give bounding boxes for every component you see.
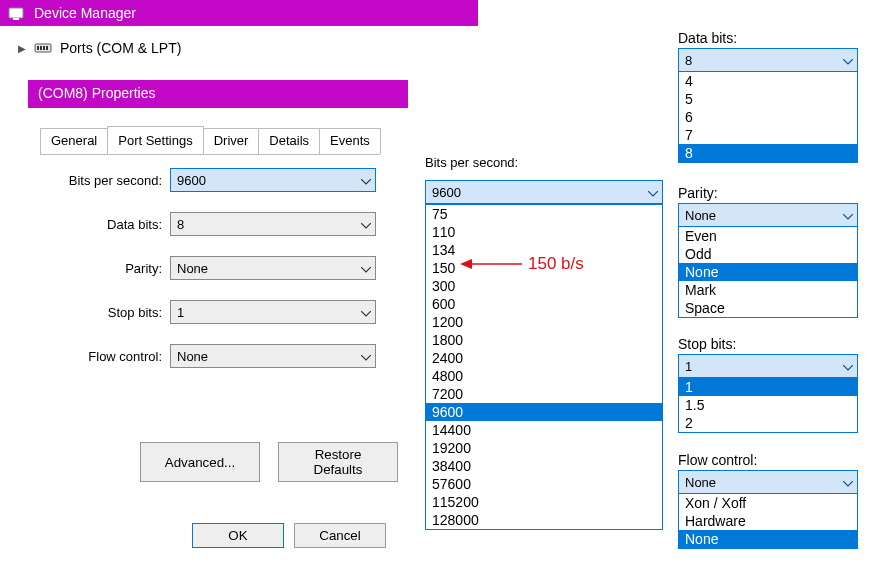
stopbits-dd-combo[interactable]: 1 — [678, 354, 858, 378]
list-option[interactable]: 4 — [679, 72, 857, 90]
chevron-down-icon — [361, 173, 371, 188]
tab-details[interactable]: Details — [258, 128, 320, 154]
list-option[interactable]: Even — [679, 227, 857, 245]
list-option[interactable]: 6 — [679, 108, 857, 126]
list-option[interactable]: 2400 — [426, 349, 662, 367]
flow-label: Flow control: — [40, 349, 170, 364]
svg-rect-4 — [40, 46, 42, 50]
chevron-down-icon — [361, 305, 371, 320]
parity-combo-value: None — [177, 261, 208, 276]
chevron-down-icon — [648, 185, 658, 200]
stopbits-dd-value: 1 — [685, 359, 692, 374]
list-option[interactable]: 1200 — [426, 313, 662, 331]
svg-rect-3 — [37, 46, 39, 50]
svg-rect-5 — [43, 46, 45, 50]
form-button-row: Advanced... Restore Defaults — [140, 442, 398, 482]
list-option[interactable]: 600 — [426, 295, 662, 313]
chevron-right-icon[interactable]: ▶ — [18, 43, 26, 54]
parity-dd-combo[interactable]: None — [678, 203, 858, 227]
parity-dropdown-block: Parity: None EvenOddNoneMarkSpace — [678, 185, 858, 318]
flow-combo-value: None — [177, 349, 208, 364]
list-option[interactable]: Hardware — [679, 512, 857, 530]
advanced-button[interactable]: Advanced... — [140, 442, 260, 482]
list-option[interactable]: 19200 — [426, 439, 662, 457]
properties-title: (COM8) Properties — [38, 85, 155, 101]
stopbits-dd-list[interactable]: 11.52 — [678, 378, 858, 433]
stopbits-label: Stop bits: — [40, 305, 170, 320]
list-option[interactable]: None — [679, 530, 857, 548]
bps-dropdown-combo[interactable]: 9600 — [425, 180, 663, 204]
list-option[interactable]: Mark — [679, 281, 857, 299]
databits-dd-list[interactable]: 45678 — [678, 72, 858, 163]
flow-dd-value: None — [685, 475, 716, 490]
device-manager-title: Device Manager — [34, 5, 136, 21]
port-icon — [34, 40, 52, 56]
dialog-buttons: OK Cancel — [182, 523, 386, 548]
databits-dd-label: Data bits: — [678, 30, 858, 46]
list-option[interactable]: None — [679, 263, 857, 281]
list-option[interactable]: 1 — [679, 378, 857, 396]
stopbits-combo[interactable]: 1 — [170, 300, 376, 324]
restore-defaults-button[interactable]: Restore Defaults — [278, 442, 398, 482]
list-option[interactable]: 4800 — [426, 367, 662, 385]
ok-button[interactable]: OK — [192, 523, 284, 548]
chevron-down-icon — [843, 208, 853, 223]
tab-events[interactable]: Events — [319, 128, 381, 154]
stopbits-dropdown-block: Stop bits: 1 11.52 — [678, 336, 858, 433]
list-option[interactable]: 115200 — [426, 493, 662, 511]
parity-combo[interactable]: None — [170, 256, 376, 280]
list-option[interactable]: 1800 — [426, 331, 662, 349]
databits-dd-value: 8 — [685, 53, 692, 68]
list-option[interactable]: 5 — [679, 90, 857, 108]
list-option[interactable]: 8 — [679, 144, 857, 162]
databits-dropdown-block: Data bits: 8 45678 — [678, 30, 858, 163]
bps-dropdown-value: 9600 — [432, 185, 461, 200]
list-option[interactable]: 9600 — [426, 403, 662, 421]
svg-rect-6 — [46, 46, 48, 50]
parity-dd-label: Parity: — [678, 185, 858, 201]
tab-driver[interactable]: Driver — [203, 128, 260, 154]
databits-dd-combo[interactable]: 8 — [678, 48, 858, 72]
stopbits-combo-value: 1 — [177, 305, 184, 320]
list-option[interactable]: 38400 — [426, 457, 662, 475]
bps-dropdown-list[interactable]: 7511013415030060012001800240048007200960… — [425, 204, 663, 530]
flow-combo[interactable]: None — [170, 344, 376, 368]
tab-general[interactable]: General — [40, 128, 108, 154]
device-manager-title-bar: Device Manager — [0, 0, 478, 26]
list-option[interactable]: 14400 — [426, 421, 662, 439]
properties-title-bar: (COM8) Properties — [28, 80, 408, 108]
databits-combo-value: 8 — [177, 217, 184, 232]
list-option[interactable]: Space — [679, 299, 857, 317]
flow-dd-list[interactable]: Xon / XoffHardwareNone — [678, 494, 858, 549]
list-option[interactable]: 1.5 — [679, 396, 857, 414]
device-manager-icon — [8, 5, 24, 21]
list-option[interactable]: 300 — [426, 277, 662, 295]
tab-port-settings[interactable]: Port Settings — [107, 126, 203, 152]
list-option[interactable]: 57600 — [426, 475, 662, 493]
list-option[interactable]: 7200 — [426, 385, 662, 403]
svg-rect-0 — [9, 8, 23, 18]
parity-dd-list[interactable]: EvenOddNoneMarkSpace — [678, 227, 858, 318]
properties-tabs: GeneralPort SettingsDriverDetailsEvents — [40, 128, 380, 155]
flow-dd-combo[interactable]: None — [678, 470, 858, 494]
databits-combo[interactable]: 8 — [170, 212, 376, 236]
list-option[interactable]: 7 — [679, 126, 857, 144]
databits-label: Data bits: — [40, 217, 170, 232]
list-option[interactable]: 110 — [426, 223, 662, 241]
tree-item-ports[interactable]: ▶ Ports (COM & LPT) — [18, 40, 181, 56]
bps-combo[interactable]: 9600 — [170, 168, 376, 192]
list-option[interactable]: 75 — [426, 205, 662, 223]
list-option[interactable]: 2 — [679, 414, 857, 432]
svg-rect-1 — [13, 18, 19, 20]
port-settings-form: Bits per second: 9600 Data bits: 8 Parit… — [40, 168, 390, 388]
chevron-down-icon — [843, 475, 853, 490]
list-option[interactable]: Odd — [679, 245, 857, 263]
parity-dd-value: None — [685, 208, 716, 223]
cancel-button[interactable]: Cancel — [294, 523, 386, 548]
chevron-down-icon — [843, 359, 853, 374]
flow-dd-label: Flow control: — [678, 452, 858, 468]
tree-item-label: Ports (COM & LPT) — [60, 40, 181, 56]
list-option[interactable]: 128000 — [426, 511, 662, 529]
list-option[interactable]: Xon / Xoff — [679, 494, 857, 512]
annotation-text: 150 b/s — [528, 254, 584, 274]
